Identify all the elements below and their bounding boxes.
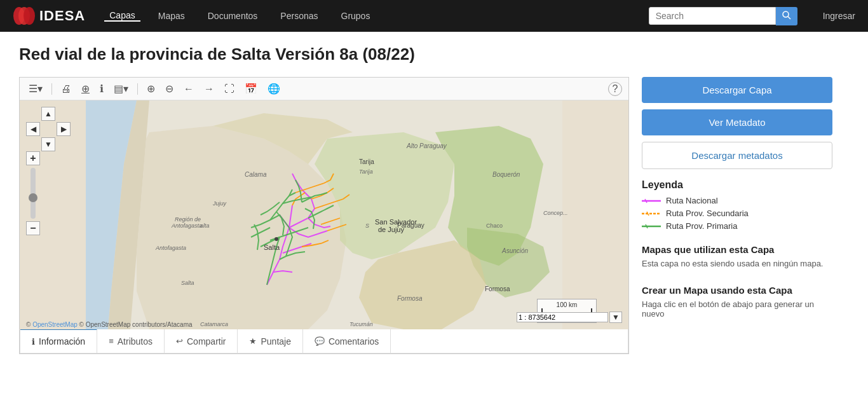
legend-label-secundaria: Ruta Prov. Secundaria	[666, 209, 749, 218]
map-nav: ▲ ◀ ▶ ▼	[26, 107, 71, 151]
informacion-icon: ℹ	[32, 337, 35, 347]
svg-point-2	[24, 7, 35, 25]
info-icon[interactable]: ℹ	[97, 81, 106, 96]
legend-line-secundaria	[642, 210, 661, 217]
svg-text:Chaco: Chaco	[486, 223, 503, 229]
tab-puntaje-label: Puntaje	[261, 336, 290, 347]
maps-section-text: Esta capa no esta siendo usada en ningún…	[642, 259, 832, 268]
print-icon[interactable]: 🖨	[58, 82, 74, 96]
arrow-back-icon[interactable]: ←	[181, 82, 196, 96]
brand-name: IDESA	[39, 8, 85, 24]
svg-text:Salta: Salta	[264, 244, 280, 251]
zoom-in-btn[interactable]: +	[26, 151, 40, 165]
legend-label-nacional: Ruta Nacional	[666, 196, 718, 205]
scale-km-label: 100 km	[557, 301, 578, 308]
puntaje-icon: ★	[249, 336, 257, 346]
comentarios-icon: 💬	[315, 336, 325, 346]
svg-text:Catamarca: Catamarca	[200, 321, 228, 327]
svg-text:Región de: Región de	[175, 216, 201, 223]
svg-text:Salta: Salta	[181, 280, 194, 286]
search-button[interactable]	[776, 7, 797, 25]
nav-personas[interactable]: Personas	[275, 11, 323, 21]
tab-puntaje[interactable]: ★ Puntaje	[238, 329, 302, 353]
legend-item-secundaria: Ruta Prov. Secundaria	[642, 209, 832, 218]
maps-section: Mapas que utilizan esta Capa Esta capa n…	[642, 244, 832, 268]
calendar-icon[interactable]: 📅	[242, 81, 260, 96]
zoom-out-icon[interactable]: ⊖	[163, 81, 176, 96]
arrow-forward-icon[interactable]: →	[201, 82, 217, 96]
nav-capas[interactable]: Capas	[104, 10, 140, 22]
zoom-handle[interactable]	[29, 193, 37, 202]
nav-right-btn[interactable]: ▶	[57, 122, 71, 136]
zoom-in-icon[interactable]: ⊕	[144, 81, 158, 96]
svg-point-3	[783, 11, 789, 17]
map-nav-row-down: ▼	[41, 137, 55, 151]
zoom-dropdown-btn[interactable]: ▼	[609, 312, 622, 323]
svg-text:Formosa: Formosa	[485, 285, 510, 292]
nav-documentos[interactable]: Documentos	[203, 11, 263, 21]
brand-flame-icon	[13, 6, 36, 25]
legend-title: Leyenda	[642, 179, 832, 191]
add-icon[interactable]: ⊕	[79, 81, 92, 96]
tab-compartir-label: Compartir	[187, 336, 226, 347]
svg-text:Concep...: Concep...	[543, 210, 568, 216]
layers-icon[interactable]: ▤▾	[111, 81, 131, 96]
legend-line-nacional	[642, 198, 661, 204]
tab-informacion-label: Información	[39, 336, 85, 347]
map-viewport[interactable]: Alto Paraguay Boquerón Paraguay Formosa …	[20, 100, 628, 329]
create-section: Crear un Mapa usando esta Capa Haga clic…	[642, 278, 832, 319]
tab-compartir[interactable]: ↩ Compartir	[165, 329, 238, 353]
map-nav-row: ▲	[41, 107, 55, 121]
tab-atributos[interactable]: ≡ Atributos	[97, 329, 165, 353]
page-title: Red vial de la provincia de Salta Versió…	[19, 45, 832, 64]
menu-icon[interactable]: ☰▾	[26, 81, 45, 96]
download-metadatos-button[interactable]: Descargar metadatos	[642, 142, 832, 169]
svg-text:San Salvador: San Salvador	[375, 218, 417, 226]
brand-logo[interactable]: IDESA	[13, 6, 85, 25]
svg-text:Asunción: Asunción	[501, 247, 529, 254]
nav-mapas[interactable]: Mapas	[153, 11, 190, 21]
osm-link[interactable]: OpenStreetMap	[32, 321, 78, 328]
ingresar-link[interactable]: Ingresar	[823, 11, 855, 21]
compartir-icon: ↩	[176, 336, 183, 346]
tab-comentarios-label: Comentarios	[329, 336, 379, 347]
map-zoom-controls: + −	[26, 151, 40, 235]
nav-down-btn[interactable]: ▼	[41, 137, 55, 151]
zoom-out-btn[interactable]: −	[26, 221, 40, 235]
legend-label-primaria: Ruta Prov. Primaria	[666, 221, 737, 231]
svg-text:Tarija: Tarija	[359, 158, 374, 165]
search-icon	[782, 11, 791, 20]
tab-atributos-label: Atributos	[118, 336, 153, 347]
map-copyright: © OpenStreetMap © OpenStreetMap contribu…	[26, 321, 193, 328]
map-nav-lr-row: ◀ ▶	[26, 122, 71, 136]
tab-informacion[interactable]: ℹ Información	[20, 329, 97, 353]
legend-item-primaria: Ruta Prov. Primaria	[642, 221, 832, 231]
nav-left-btn[interactable]: ◀	[26, 122, 40, 136]
globe-icon[interactable]: 🌐	[265, 81, 283, 96]
svg-text:Jujuy: Jujuy	[212, 200, 227, 207]
search-bar	[649, 7, 797, 25]
svg-line-4	[788, 17, 790, 19]
tab-comentarios[interactable]: 💬 Comentarios	[303, 329, 391, 353]
navbar: IDESA Capas Mapas Documentos Personas Gr…	[0, 0, 868, 32]
create-section-title: Crear un Mapa usando esta Capa	[642, 285, 832, 296]
zoom-value-input[interactable]: 1 : 8735642	[517, 312, 608, 322]
download-capa-button[interactable]: Descargar Capa	[642, 77, 832, 103]
nav-grupos[interactable]: Grupos	[336, 11, 376, 21]
fullscreen-icon[interactable]: ⛶	[222, 82, 237, 96]
atributos-icon: ≡	[109, 336, 114, 346]
ver-metadato-button[interactable]: Ver Metadato	[642, 109, 832, 135]
search-input[interactable]	[649, 7, 776, 25]
svg-text:Calama: Calama	[245, 171, 267, 178]
main-content: Red vial de la provincia de Salta Versió…	[0, 32, 851, 367]
svg-text:Tarija: Tarija	[359, 168, 373, 175]
map-svg: Alto Paraguay Boquerón Paraguay Formosa …	[20, 100, 628, 329]
map-container: ☰▾ 🖨 ⊕ ℹ ▤▾ ⊕ ⊖ ← → ⛶ 📅 🌐 ?	[19, 77, 629, 354]
toolbar-sep-2	[137, 83, 138, 95]
help-icon[interactable]: ?	[608, 82, 622, 96]
svg-text:Antofagasta: Antofagasta	[155, 245, 186, 251]
nav-up-btn[interactable]: ▲	[41, 107, 55, 121]
zoom-slider[interactable]	[31, 168, 36, 219]
svg-text:Formosa: Formosa	[397, 295, 423, 302]
legend-item-nacional: Ruta Nacional	[642, 196, 832, 205]
